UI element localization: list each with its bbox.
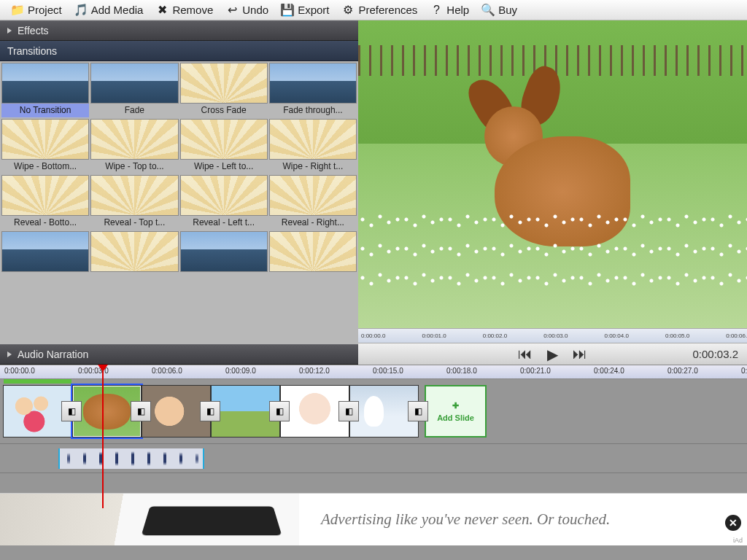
prev-button[interactable]: ⏮ (518, 346, 533, 362)
transition-1[interactable]: Fade (90, 63, 178, 117)
transition-0[interactable]: No Transition (1, 63, 89, 117)
clip-3[interactable]: ◧ (142, 385, 211, 438)
timecode-display: 0:00:03.2 (692, 348, 738, 360)
transition-thumb (269, 175, 357, 216)
help-icon: ? (429, 3, 444, 18)
project-button[interactable]: 📁Project (6, 1, 66, 19)
transition-thumb (269, 231, 357, 272)
main-toolbar: 📁Project🎵Add Media✖Remove↩Undo💾Export⚙Pr… (0, 0, 747, 20)
transition-thumb (1, 231, 89, 272)
transition-10[interactable]: Reveal - Left t... (180, 175, 268, 230)
transition-icon[interactable]: ◧ (269, 401, 290, 421)
playhead[interactable] (102, 365, 104, 508)
transition-5[interactable]: Wipe - Top to... (90, 119, 178, 174)
transition-thumb (269, 63, 357, 104)
add-media-icon: 🎵 (74, 3, 88, 18)
export-button[interactable]: 💾Export (276, 1, 333, 19)
buy-button[interactable]: 🔍Buy (476, 1, 522, 19)
transition-thumb (269, 119, 357, 160)
triangle-right-icon (7, 28, 12, 34)
undo-label: Undo (242, 4, 268, 16)
add-slide-button[interactable]: ✚ Add Slide (425, 385, 487, 438)
buy-label: Buy (498, 4, 517, 16)
transition-icon[interactable]: ◧ (200, 401, 220, 421)
remove-icon: ✖ (155, 3, 169, 18)
play-button[interactable]: ▶ (547, 346, 558, 363)
transition-thumb (1, 63, 89, 104)
clip-1[interactable]: ◧ (3, 385, 72, 438)
transition-thumb (180, 119, 268, 160)
transition-icon[interactable]: ◧ (338, 401, 359, 421)
audio-track[interactable] (0, 443, 747, 472)
ad-banner[interactable]: Advertising like you've never seen. Or t… (0, 493, 747, 545)
transition-label: Reveal - Top t... (90, 216, 178, 230)
empty-track[interactable] (0, 472, 747, 493)
ad-text: Advertising like you've never seen. Or t… (299, 510, 747, 529)
transition-thumb (180, 231, 268, 272)
transition-4[interactable]: Wipe - Bottom... (1, 119, 89, 174)
export-icon: 💾 (280, 3, 295, 18)
transition-6[interactable]: Wipe - Left to... (180, 119, 268, 174)
project-label: Project (28, 4, 62, 16)
transition-2[interactable]: Cross Fade (180, 63, 268, 117)
transition-8[interactable]: Reveal - Botto... (1, 175, 89, 230)
transition-13[interactable] (90, 231, 178, 286)
transition-thumb (1, 119, 89, 160)
next-button[interactable]: ⏭ (573, 346, 587, 362)
preferences-label: Preferences (358, 4, 417, 16)
left-panel: Effects Transitions No TransitionFadeCro… (0, 20, 358, 365)
transitions-grid: No TransitionFadeCross FadeFade through.… (0, 61, 358, 344)
add-media-label: Add Media (91, 4, 144, 16)
ruler-tick: 0:00:30.0 (741, 367, 747, 375)
undo-icon: ↩ (225, 3, 239, 18)
effects-header[interactable]: Effects (0, 20, 358, 41)
audio-narration-header[interactable]: Audio Narration (0, 344, 358, 365)
transitions-header[interactable]: Transitions (0, 41, 358, 61)
transition-icon[interactable]: ◧ (408, 401, 428, 421)
transition-icon[interactable]: ◧ (131, 401, 151, 421)
transition-label: Fade (90, 104, 178, 117)
video-track[interactable]: ◧ ◧ ◧ ◧ ◧ ◧ ✚ Add Slide (0, 379, 747, 443)
ruler-tick: 0:00:09.0 (225, 367, 256, 375)
transition-label (1, 272, 89, 286)
transition-thumb (90, 175, 178, 216)
ad-close-button[interactable]: ✕ (725, 515, 741, 531)
transition-15[interactable] (269, 231, 357, 286)
help-label: Help (446, 4, 469, 16)
effects-label: Effects (18, 25, 49, 36)
clip-5[interactable]: ◧ (280, 385, 349, 438)
remove-button[interactable]: ✖Remove (150, 1, 217, 19)
transition-label (90, 272, 178, 286)
transition-icon[interactable]: ◧ (61, 401, 82, 421)
transition-14[interactable] (180, 231, 268, 286)
help-button[interactable]: ?Help (425, 1, 473, 19)
ruler-tick: 0:00:12.0 (299, 367, 330, 375)
undo-button[interactable]: ↩Undo (220, 1, 273, 19)
preview-panel: 0:00:00.00:00:01.00:00:02.00:00:03.00:00… (358, 20, 747, 365)
preview-viewport[interactable] (358, 20, 747, 328)
transition-7[interactable]: Wipe - Right t... (269, 119, 357, 174)
preferences-button[interactable]: ⚙Preferences (336, 1, 422, 19)
clip-4[interactable]: ◧ (211, 385, 280, 438)
transition-11[interactable]: Reveal - Right... (269, 175, 357, 230)
transition-9[interactable]: Reveal - Top t... (90, 175, 178, 230)
transition-12[interactable] (1, 231, 89, 286)
timeline-ruler[interactable]: 0:00:00.00:00:03.00:00:06.00:00:09.00:00… (0, 365, 747, 379)
add-slide-label: Add Slide (437, 413, 474, 422)
add-media-button[interactable]: 🎵Add Media (69, 1, 148, 19)
transition-label: Wipe - Top to... (90, 160, 178, 174)
audio-label: Audio Narration (18, 349, 88, 360)
ruler-tick: 0:00:18.0 (446, 367, 477, 375)
clip-6[interactable]: ◧ (349, 385, 419, 438)
preview-ruler[interactable]: 0:00:00.00:00:01.00:00:02.00:00:03.00:00… (358, 328, 747, 343)
remove-label: Remove (172, 4, 213, 16)
transition-label (269, 272, 357, 286)
ruler-tick: 0:00:24.0 (594, 367, 624, 375)
ruler-tick: 0:00:15.0 (373, 367, 403, 375)
transition-3[interactable]: Fade through... (269, 63, 357, 117)
preferences-icon: ⚙ (341, 3, 355, 18)
transition-label: Reveal - Botto... (1, 216, 89, 230)
clip-2[interactable]: ◧ (72, 385, 142, 438)
audio-clip[interactable] (58, 448, 204, 469)
ruler-tick: 0:00:21.0 (520, 367, 551, 375)
